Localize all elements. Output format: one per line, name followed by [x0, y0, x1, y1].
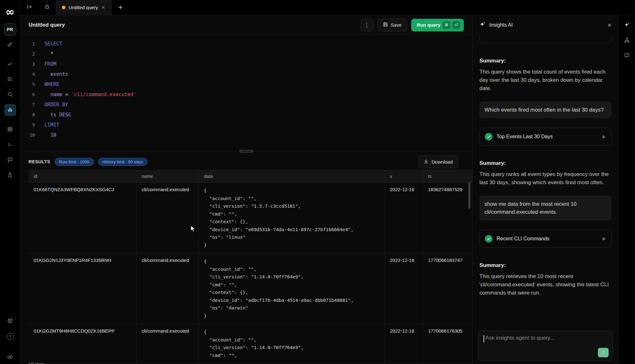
sidebar-item-apps[interactable] — [4, 124, 16, 136]
line-number: 10 — [20, 130, 35, 140]
download-label: Download — [431, 159, 453, 165]
table-row[interactable]: 01K66TQNZA3WFBQ8XN2KXSG4CJ cli/command.e… — [29, 183, 472, 253]
summary-heading: Summary: — [479, 262, 612, 269]
line-chart-icon — [7, 61, 13, 68]
play-icon[interactable] — [601, 134, 606, 139]
strip-item-schema[interactable] — [621, 35, 633, 47]
summary-heading: Summary: — [479, 58, 612, 64]
editor-line: 5WHERE — [20, 79, 472, 89]
query-result-card[interactable]: Top Events Last 30 Days — [479, 128, 612, 146]
save-icon — [383, 22, 388, 28]
run-query-button[interactable]: Run query ⌘ ⏎ — [411, 19, 464, 31]
strip-item-insights-ai[interactable] — [621, 19, 633, 31]
sidebar-item-chat[interactable] — [4, 154, 16, 166]
new-tab-button[interactable]: + — [112, 0, 130, 15]
query-result-card[interactable]: Recent CLI Commands — [479, 230, 612, 248]
sidebar-item-terminal[interactable] — [4, 139, 16, 151]
cell-ts: 1770066183747 — [423, 253, 472, 324]
brand-logo-small-icon: ∞ — [7, 352, 14, 361]
editor-line: 3FROM — [20, 59, 472, 69]
column-header-v[interactable]: v — [385, 170, 423, 182]
table-row[interactable]: 01KGG2N1J3Y0ENP1R4F1335BNH cli/command.e… — [29, 253, 472, 324]
sidebar-item-keys[interactable] — [4, 39, 16, 51]
main-area: Untitled query × + Untitled query ⋮ Save — [20, 0, 635, 364]
home-icon — [44, 4, 50, 11]
line-number: 9 — [20, 120, 35, 130]
column-header-data[interactable]: data — [199, 170, 385, 182]
editor-line: 7ORDER BY — [20, 100, 472, 110]
chat-icon — [7, 157, 13, 164]
cell-id: 01KGG2N1J3Y0ENP1R4F1335BNH — [29, 253, 137, 324]
cell-v: 2022-12-16 — [385, 183, 423, 253]
cell-name: cli/command.executed — [137, 253, 199, 324]
line-number: 3 — [20, 59, 35, 69]
success-check-icon — [485, 133, 492, 140]
flask-icon — [7, 172, 13, 179]
home-button[interactable] — [38, 0, 56, 15]
column-header-id[interactable]: id — [29, 170, 137, 182]
user-message: Which events fired most often in the las… — [479, 101, 612, 118]
previous-result-card[interactable] — [479, 35, 612, 43]
more-options-button[interactable]: ⋮ — [361, 19, 373, 31]
play-icon[interactable] — [601, 237, 606, 241]
body-row: Untitled query ⋮ Save Run query ⌘ ⏎ — [20, 15, 635, 364]
column-header-name[interactable]: name — [137, 170, 199, 182]
row-limit-badge[interactable]: Row limit : 1000 — [55, 158, 94, 166]
tab-close-icon[interactable]: × — [101, 4, 106, 11]
schema-tree-icon — [624, 37, 630, 44]
download-icon — [424, 159, 429, 165]
row-count-label: 10 rows — [29, 361, 45, 364]
cell-ts: 1770066176305 — [423, 324, 472, 363]
history-limit-badge[interactable]: History limit : 90 days — [98, 158, 148, 166]
column-header-ts[interactable]: ts — [423, 170, 472, 182]
line-number: 8 — [20, 110, 35, 120]
ask-agent-inputbox[interactable]: ↑ — [478, 331, 613, 361]
tab-label: Untitled query — [69, 5, 98, 10]
cell-id: 01KGG2MT9H8H8CCDQ0ZK16BEPP — [29, 324, 137, 363]
editor-line: 1SELECT — [20, 39, 472, 49]
expand-panel-icon — [27, 4, 32, 11]
sidebar-item-lists[interactable] — [4, 74, 16, 86]
package-icon — [7, 318, 13, 325]
save-button[interactable]: Save — [378, 19, 407, 31]
ask-agent-input[interactable] — [485, 335, 607, 341]
download-button[interactable]: Download — [418, 155, 458, 168]
sidebar-item-packages[interactable] — [4, 315, 16, 327]
sql-editor[interactable]: 1SELECT 2 * 3FROM 4 events 5WHERE 6 name… — [20, 35, 472, 149]
brand-logo-icon[interactable]: ∞ — [5, 0, 14, 23]
resize-handle[interactable] — [239, 150, 254, 153]
cell-data: { "account_id": "", "cli_version": "1.14… — [199, 253, 385, 324]
line-number: 2 — [20, 49, 35, 59]
line-number: 7 — [20, 100, 35, 110]
cell-name: cli/command.executed — [137, 324, 199, 363]
strip-item-feedback[interactable] — [621, 50, 633, 62]
sidebar-item-sql-editor[interactable] — [4, 104, 16, 116]
summary-heading: Summary: — [479, 160, 612, 166]
cmd-key-icon: ⌘ — [443, 21, 450, 29]
table-row[interactable]: 01KGG2MT9H8H8CCDQ0ZK16BEPP cli/command.e… — [29, 324, 472, 364]
cell-data: { "account_id": "", "cli_version": "1.14… — [199, 324, 385, 363]
editor-line: 4 events — [20, 69, 472, 79]
query-card-label: Recent CLI Commands — [497, 236, 549, 242]
sidebar-item-help[interactable]: ? — [4, 330, 16, 342]
feedback-icon — [624, 53, 630, 59]
sidebar-item-trends[interactable] — [4, 58, 16, 70]
results-scrollbar[interactable] — [468, 182, 471, 209]
line-number: 1 — [20, 39, 35, 49]
avatar[interactable]: PR — [4, 23, 16, 36]
tab-untitled-query[interactable]: Untitled query × — [56, 0, 112, 15]
sidebar-item-experiments[interactable] — [4, 169, 16, 181]
close-panel-icon[interactable]: × — [608, 21, 612, 29]
bar-chart-icon — [7, 107, 13, 114]
collapse-sidebar-button[interactable] — [20, 0, 38, 15]
sidebar-item-explore[interactable] — [4, 89, 16, 101]
cell-ts: 1836274887529 — [423, 183, 472, 253]
line-number: 6 — [20, 89, 35, 100]
insights-title: Insights AI — [489, 22, 513, 28]
summary-text: This query shows the total count of even… — [479, 68, 612, 93]
send-button[interactable]: ↑ — [598, 348, 609, 357]
help-icon: ? — [7, 333, 14, 340]
editor-results-divider — [20, 149, 472, 153]
insights-header: Insights AI × — [472, 15, 618, 35]
success-check-icon — [485, 235, 492, 243]
